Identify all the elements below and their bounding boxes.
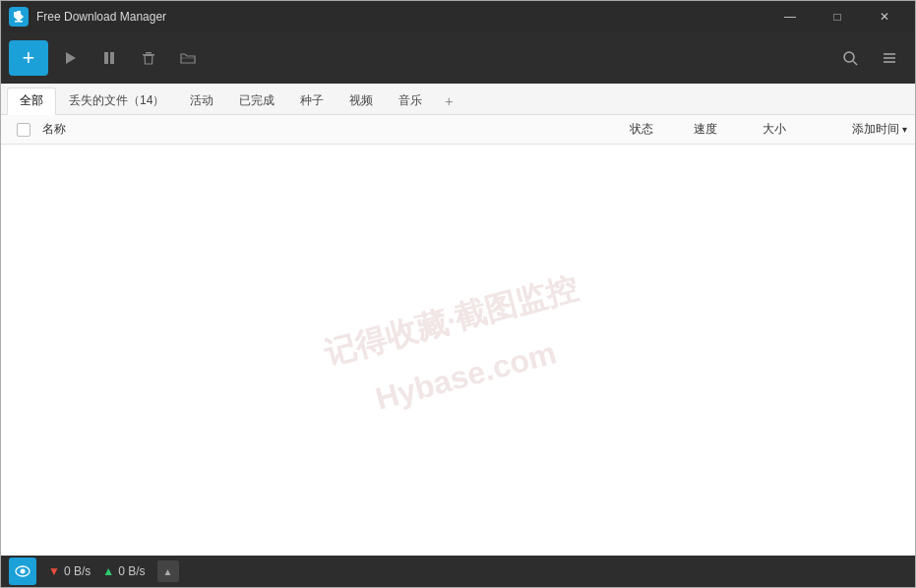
pause-button[interactable]: [92, 40, 127, 76]
toolbar-right: [832, 40, 907, 76]
content-area: 名称 状态 速度 大小 添加时间 ▾ 记得收藏·截图监控 Hybase.com: [1, 115, 915, 556]
open-folder-button[interactable]: [170, 40, 206, 76]
tab-video[interactable]: 视频: [336, 88, 386, 114]
maximize-button[interactable]: □: [815, 1, 860, 32]
table-body: 记得收藏·截图监控 Hybase.com: [1, 145, 915, 556]
download-speed: ▼ 0 B/s: [48, 564, 91, 578]
add-download-button[interactable]: +: [9, 40, 48, 76]
watermark: 记得收藏·截图监控 Hybase.com: [318, 261, 599, 438]
tab-active[interactable]: 活动: [177, 88, 226, 114]
add-tab-button[interactable]: +: [435, 89, 462, 114]
titlebar: Free Download Manager — □ ✕: [1, 1, 915, 32]
expand-button[interactable]: ▲: [157, 560, 179, 582]
svg-rect-7: [146, 52, 152, 54]
search-button[interactable]: [832, 40, 868, 76]
eye-button[interactable]: [9, 558, 36, 585]
minimize-button[interactable]: —: [767, 1, 813, 32]
down-arrow-icon: ▼: [48, 564, 60, 578]
tabs-bar: 全部 丢失的文件（14） 活动 已完成 种子 视频 音乐 +: [1, 84, 915, 115]
app-title: Free Download Manager: [36, 10, 767, 24]
app-logo: [9, 7, 29, 27]
column-size: 大小: [740, 121, 809, 138]
download-speed-value: 0 B/s: [64, 564, 91, 578]
column-time[interactable]: 添加时间 ▾: [809, 121, 907, 138]
tab-missing[interactable]: 丢失的文件（14）: [56, 88, 177, 114]
column-name: 名称: [38, 121, 612, 138]
window-controls: — □ ✕: [767, 1, 907, 32]
toolbar: +: [1, 32, 915, 84]
tab-all[interactable]: 全部: [7, 88, 56, 115]
main-window: Free Download Manager — □ ✕ +: [0, 0, 916, 588]
delete-button[interactable]: [131, 40, 166, 76]
svg-rect-5: [110, 52, 114, 64]
svg-line-9: [853, 61, 857, 65]
tab-music[interactable]: 音乐: [386, 88, 435, 114]
menu-button[interactable]: [872, 40, 907, 76]
column-speed: 速度: [671, 121, 740, 138]
svg-rect-4: [104, 52, 108, 64]
tab-completed[interactable]: 已完成: [226, 88, 287, 114]
table-header: 名称 状态 速度 大小 添加时间 ▾: [1, 115, 915, 145]
select-all-checkbox[interactable]: [9, 123, 38, 137]
upload-speed: ▲ 0 B/s: [102, 564, 145, 578]
svg-rect-0: [17, 11, 21, 17]
resume-button[interactable]: [52, 40, 88, 76]
up-arrow-icon: ▲: [102, 564, 114, 578]
svg-point-8: [844, 52, 854, 62]
svg-marker-3: [66, 52, 76, 64]
svg-rect-2: [15, 21, 23, 23]
column-status: 状态: [612, 121, 671, 138]
svg-point-14: [21, 569, 26, 574]
statusbar: ▼ 0 B/s ▲ 0 B/s ▲: [1, 556, 915, 587]
close-button[interactable]: ✕: [862, 1, 907, 32]
tab-torrent[interactable]: 种子: [287, 88, 336, 114]
upload-speed-value: 0 B/s: [118, 564, 145, 578]
